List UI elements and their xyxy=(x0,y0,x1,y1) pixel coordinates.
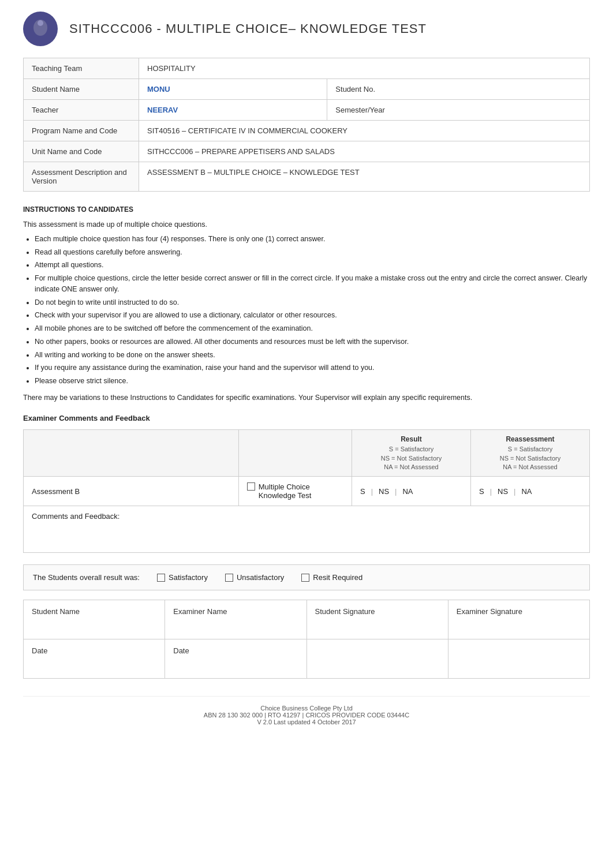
instructions-intro: This assessment is made up of multiple c… xyxy=(23,219,590,230)
assessment-b-checkbox-icon[interactable] xyxy=(247,482,255,491)
student-name-sign-label: Student Name xyxy=(32,607,156,616)
svg-point-1 xyxy=(38,20,43,26)
overall-result-row: The Students overall result was: Satisfa… xyxy=(33,573,580,582)
date-value-student xyxy=(32,655,156,671)
unsatisfactory-option[interactable]: Unsatisfactory xyxy=(225,573,284,582)
list-item: Each multiple choice question has four (… xyxy=(35,234,590,245)
examiner-section-heading: Examiner Comments and Feedback xyxy=(23,414,590,422)
student-sig-cell: Student Signature xyxy=(306,600,448,639)
reassessment-legend-text: S = SatisfactoryNS = Not SatisfactoryNA … xyxy=(500,446,560,470)
satisfactory-option[interactable]: Satisfactory xyxy=(157,573,208,582)
comments-content: Comments and Feedback: xyxy=(32,512,581,547)
table-row-unit: Unit Name and Code SITHCCC006 – PREPARE … xyxy=(24,141,590,162)
result-header-label: Result xyxy=(359,435,464,444)
examiner-name-sign-label: Examiner Name xyxy=(173,607,298,616)
result-ns-label: NS xyxy=(379,487,389,496)
unsatisfactory-checkbox[interactable] xyxy=(225,574,233,582)
teaching-team-label: Teaching Team xyxy=(24,58,139,79)
instructions-list: Each multiple choice question has four (… xyxy=(35,234,590,387)
instructions-heading: INSTRUCTIONS TO CANDIDATES xyxy=(23,205,590,214)
student-name-label: Student Name xyxy=(24,79,139,100)
comments-cell: Comments and Feedback: xyxy=(24,506,590,553)
list-item: All writing and working to be done on th… xyxy=(35,350,590,361)
reassessment-sns-cell: S | NS | NA xyxy=(470,477,589,506)
assessment-value: ASSESSMENT B – MULTIPLE CHOICE – KNOWLED… xyxy=(139,162,590,192)
result-na-label: NA xyxy=(402,487,413,496)
comments-row: Comments and Feedback: xyxy=(24,506,590,553)
date-label-examiner: Date xyxy=(173,646,298,655)
result-legend: Result S = SatisfactoryNS = Not Satisfac… xyxy=(359,435,464,472)
examiner-sig-cell: Examiner Signature xyxy=(448,600,589,639)
date-label-student: Date xyxy=(32,646,156,655)
date-row: Date Date xyxy=(24,639,590,679)
empty-cell-1 xyxy=(306,639,448,679)
semester-year-label: Semester/Year xyxy=(327,100,590,121)
student-name-cell: Student Name xyxy=(24,600,165,639)
student-name-value: MONU xyxy=(139,79,327,100)
result-s-ns-na: S | NS | NA xyxy=(360,487,462,496)
program-label: Program Name and Code xyxy=(24,121,139,141)
result-sep1: | xyxy=(371,487,373,496)
instructions-body: This assessment is made up of multiple c… xyxy=(23,219,590,387)
table-row-teacher: Teacher NEERAV Semester/Year xyxy=(24,100,590,121)
table-row-assessment: Assessment Description and Version ASSES… xyxy=(24,162,590,192)
satisfactory-label: Satisfactory xyxy=(169,573,208,582)
teacher-label: Teacher xyxy=(24,100,139,121)
instructions-note: There may be variations to these Instruc… xyxy=(23,392,590,403)
empty-header xyxy=(24,429,239,477)
list-item: Check with your supervisor if you are al… xyxy=(35,310,590,321)
result-table-row-assessment-b: Assessment B Multiple Choice Knowledge T… xyxy=(24,477,590,506)
result-table-header: Result S = SatisfactoryNS = Not Satisfac… xyxy=(24,429,590,477)
assessment-b-checkbox-label: Multiple Choice Knowledge Test xyxy=(259,482,343,500)
assessment-b-label-cell: Assessment B xyxy=(24,477,239,506)
footer-line1: Choice Business College Pty Ltd xyxy=(23,705,590,712)
student-sig-value xyxy=(315,616,440,632)
result-s-label: S xyxy=(360,487,365,496)
result-header-cell: Result S = SatisfactoryNS = Not Satisfac… xyxy=(352,429,470,477)
reassessment-sep2: | xyxy=(514,487,515,496)
date-value-examiner xyxy=(173,655,298,671)
date-cell-examiner: Date xyxy=(165,639,306,679)
assessment-b-desc-cell: Multiple Choice Knowledge Test xyxy=(238,477,352,506)
teacher-value: NEERAV xyxy=(139,100,327,121)
resit-required-label: Resit Required xyxy=(313,573,362,582)
resit-checkbox[interactable] xyxy=(301,574,309,582)
table-row-student-name: Student Name MONU Student No. xyxy=(24,79,590,100)
student-no-label: Student No. xyxy=(327,79,590,100)
unit-value: SITHCCC006 – PREPARE APPETISERS AND SALA… xyxy=(139,141,590,162)
result-sns-cell: S | NS | NA xyxy=(352,477,470,506)
list-item: No other papers, books or resources are … xyxy=(35,336,590,347)
reassessment-ns-label: NS xyxy=(498,487,508,496)
page-title: SITHCCC006 - MULTIPLE CHOICE– KNOWLEDGE … xyxy=(69,21,427,36)
examiner-sig-label: Examiner Signature xyxy=(457,607,581,616)
comments-label: Comments and Feedback: xyxy=(32,512,119,521)
table-row-program: Program Name and Code SIT40516 – CERTIFI… xyxy=(24,121,590,141)
sign-row: Student Name Examiner Name Student Signa… xyxy=(24,600,590,639)
program-value: SIT40516 – CERTIFICATE IV IN COMMERCIAL … xyxy=(139,121,590,141)
examiner-name-sign-value xyxy=(173,616,298,632)
reassessment-legend: Reassessment S = SatisfactoryNS = Not Sa… xyxy=(478,435,582,472)
reassessment-header-label: Reassessment xyxy=(478,435,582,444)
assessment-label: Assessment Description and Version xyxy=(24,162,139,192)
unit-label: Unit Name and Code xyxy=(24,141,139,162)
resit-required-option[interactable]: Resit Required xyxy=(301,573,362,582)
list-item: Read all questions carefully before answ… xyxy=(35,247,590,258)
reassessment-na-label: NA xyxy=(521,487,532,496)
footer-line3: V 2.0 Last updated 4 October 2017 xyxy=(23,719,590,725)
student-name-sign-value xyxy=(32,616,156,632)
list-item: Do not begin to write until instructed t… xyxy=(35,297,590,308)
overall-result-section: The Students overall result was: Satisfa… xyxy=(23,564,590,590)
date-cell-student: Date xyxy=(24,639,165,679)
result-table: Result S = SatisfactoryNS = Not Satisfac… xyxy=(23,429,590,553)
unsatisfactory-label: Unsatisfactory xyxy=(237,573,284,582)
satisfactory-checkbox[interactable] xyxy=(157,574,165,582)
overall-result-label: The Students overall result was: xyxy=(33,573,140,582)
reassessment-s-ns-na: S | NS | NA xyxy=(479,487,581,496)
list-item: All mobile phones are to be switched off… xyxy=(35,323,590,334)
footer-line2: ABN 28 130 302 000 | RTO 41297 | CRICOS … xyxy=(23,712,590,719)
empty-header2 xyxy=(238,429,352,477)
student-sig-label: Student Signature xyxy=(315,607,440,616)
reassessment-header-cell: Reassessment S = SatisfactoryNS = Not Sa… xyxy=(470,429,589,477)
list-item: Please observe strict silence. xyxy=(35,376,590,387)
sign-table: Student Name Examiner Name Student Signa… xyxy=(23,600,590,679)
